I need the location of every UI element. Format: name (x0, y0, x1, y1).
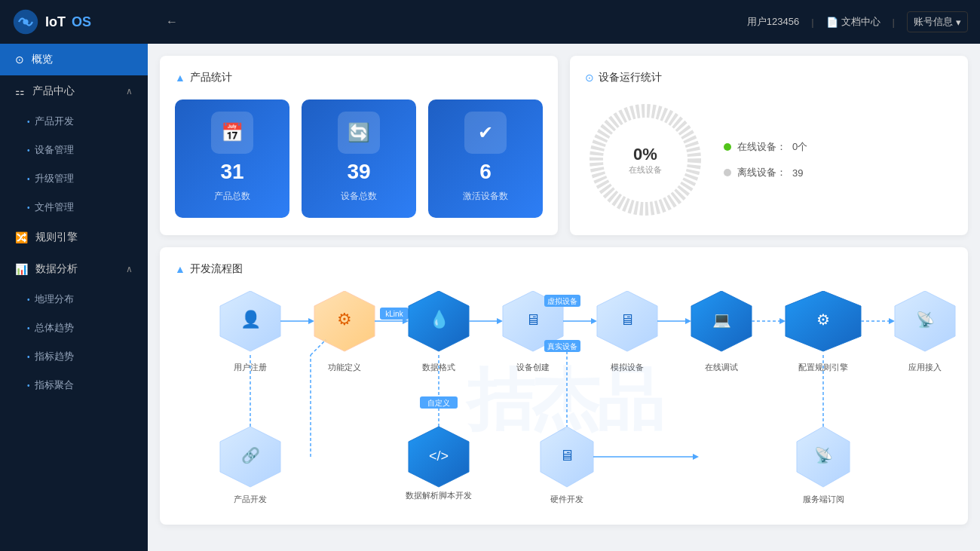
svg-text:真实设备: 真实设备 (547, 342, 577, 350)
svg-text:服务端订阅: 服务端订阅 (803, 494, 844, 504)
offline-dot (724, 169, 731, 176)
home-icon: ⊙ (15, 54, 24, 66)
sidebar-item-upgrade-mgmt[interactable]: 升级管理 (0, 164, 148, 193)
product-stats-icon: ▲ (175, 72, 185, 84)
topbar: IoT OS ← 用户123456 | 📄 文档中心 | 账号信息 ▾ (0, 0, 980, 44)
svg-line-18 (311, 340, 326, 355)
sidebar-item-geo[interactable]: 地理分布 (0, 285, 148, 314)
svg-text:kLink: kLink (385, 310, 403, 318)
devices-icon: 🔄 (338, 112, 380, 154)
donut-center: 0% 在线设备 (629, 145, 662, 176)
logo-os-text: OS (72, 14, 91, 30)
svg-text:💻: 💻 (712, 311, 731, 329)
doc-center-link[interactable]: 📄 文档中心 (826, 15, 880, 29)
grid-icon: ⚏ (15, 85, 25, 97)
online-count: 0个 (792, 140, 807, 154)
svg-text:功能定义: 功能定义 (328, 363, 361, 372)
device-stats-content: 0% 在线设备 在线设备： 0个 离线设备： 39 (585, 99, 953, 220)
flow-chart-icon: ▲ (175, 263, 185, 275)
products-count: 31 (220, 160, 243, 184)
chevron-up-icon: ∧ (126, 86, 133, 96)
svg-text:硬件开发: 硬件开发 (550, 494, 583, 504)
svg-text:设备创建: 设备创建 (516, 363, 550, 372)
main-layout: ⊙ 概览 ⚏ 产品中心 ∧ 产品开发 设备管理 升级管理 文件管理 🔀 规则引擎 (0, 44, 980, 551)
flow-chart-card: ▲ 开发流程图 拮杰品 👤 用户注册 (160, 247, 968, 525)
devices-label: 设备总数 (341, 190, 377, 203)
divider: | (811, 17, 813, 28)
activated-label: 激活设备数 (463, 190, 508, 203)
activated-count: 6 (479, 160, 492, 184)
chevron-up-icon2: ∧ (126, 264, 133, 274)
book-icon: 📄 (826, 17, 838, 28)
chart-icon: 📊 (15, 263, 28, 275)
products-label: 产品总数 (214, 190, 250, 203)
svg-marker-68 (889, 318, 895, 324)
sidebar-item-rule-engine[interactable]: 🔀 规则引擎 (0, 222, 148, 253)
sidebar-section-product[interactable]: ⚏ 产品中心 ∧ (0, 75, 148, 107)
svg-text:数据解析脚本开发: 数据解析脚本开发 (406, 491, 472, 500)
svg-marker-58 (779, 318, 786, 324)
sidebar-item-device-mgmt[interactable]: 设备管理 (0, 136, 148, 164)
svg-text:💧: 💧 (429, 309, 450, 329)
logo-iot-text: IoT (45, 14, 66, 30)
sidebar-item-file-mgmt[interactable]: 文件管理 (0, 193, 148, 222)
online-sublabel: 在线设备 (629, 164, 662, 176)
flow-diagram-wrapper: 拮杰品 👤 用户注册 🔗 产品开发 (175, 291, 953, 510)
offline-legend: 离线设备： 39 (724, 166, 807, 179)
svg-marker-73 (693, 454, 699, 460)
content-area: ▲ 产品统计 📅 31 产品总数 🔄 39 设备总数 (148, 44, 980, 551)
account-menu[interactable]: 账号信息 ▾ (907, 11, 968, 32)
sidebar-section-data[interactable]: 📊 数据分析 ∧ (0, 253, 148, 285)
svg-marker-13 (308, 318, 314, 324)
sidebar-item-metric-agg[interactable]: 指标聚合 (0, 371, 148, 399)
svg-text:🖥: 🖥 (559, 447, 574, 464)
svg-marker-53 (685, 318, 691, 324)
stat-card-activated: ✔ 6 激活设备数 (428, 99, 543, 218)
logo: IoT OS (12, 8, 160, 35)
svg-text:产品开发: 产品开发 (234, 494, 267, 504)
topbar-right: 用户123456 | 📄 文档中心 | 账号信息 ▾ (747, 11, 968, 32)
sidebar: ⊙ 概览 ⚏ 产品中心 ∧ 产品开发 设备管理 升级管理 文件管理 🔀 规则引擎 (0, 44, 148, 551)
donut-chart: 0% 在线设备 (585, 99, 706, 220)
device-legend: 在线设备： 0个 离线设备： 39 (724, 140, 807, 179)
svg-text:🖥: 🖥 (525, 311, 541, 328)
device-stats-title: ⊙ 设备运行统计 (585, 71, 953, 84)
products-icon: 📅 (211, 112, 253, 154)
sidebar-item-product-dev[interactable]: 产品开发 (0, 107, 148, 136)
svg-text:⚙: ⚙ (816, 311, 830, 328)
stats-row: 📅 31 产品总数 🔄 39 设备总数 ✔ 6 激活设备数 (175, 99, 543, 218)
device-stats-card: ⊙ 设备运行统计 0% 在线设备 (570, 56, 968, 235)
chevron-down-icon: ▾ (956, 17, 961, 28)
svg-text:🔗: 🔗 (241, 446, 260, 464)
svg-text:🖥: 🖥 (620, 311, 635, 328)
svg-text:📡: 📡 (916, 311, 935, 329)
svg-text:虚拟设备: 虚拟设备 (547, 297, 577, 305)
sidebar-item-trend[interactable]: 总体趋势 (0, 314, 148, 342)
svg-text:模拟设备: 模拟设备 (611, 363, 644, 372)
device-stats-icon: ⊙ (585, 72, 594, 84)
top-stats-grid: ▲ 产品统计 📅 31 产品总数 🔄 39 设备总数 (160, 56, 968, 235)
sidebar-item-overview[interactable]: ⊙ 概览 (0, 44, 148, 75)
svg-text:自定义: 自定义 (427, 399, 450, 407)
activated-icon: ✔ (464, 112, 507, 154)
user-id: 用户123456 (747, 15, 799, 29)
offline-count: 39 (792, 167, 803, 179)
svg-text:应用接入: 应用接入 (908, 363, 942, 372)
svg-marker-43 (591, 318, 597, 324)
devices-count: 39 (347, 160, 370, 184)
svg-point-1 (23, 19, 28, 24)
product-stats-title: ▲ 产品统计 (175, 71, 543, 84)
online-percent: 0% (629, 145, 662, 164)
svg-text:在线调试: 在线调试 (705, 363, 738, 372)
sidebar-item-metric-trend[interactable]: 指标趋势 (0, 342, 148, 371)
online-legend: 在线设备： 0个 (724, 140, 807, 154)
svg-text:⚙: ⚙ (337, 310, 352, 329)
svg-text:👤: 👤 (240, 309, 262, 329)
back-button[interactable]: ← (166, 15, 178, 29)
flow-svg: 👤 用户注册 🔗 产品开发 ⚙ 功能定义 (175, 291, 966, 510)
stat-card-devices: 🔄 39 设备总数 (302, 99, 416, 218)
stat-card-products: 📅 31 产品总数 (175, 99, 289, 218)
flow-chart-title: ▲ 开发流程图 (175, 262, 953, 276)
svg-text:</>: </> (429, 448, 449, 464)
svg-marker-34 (497, 318, 503, 324)
